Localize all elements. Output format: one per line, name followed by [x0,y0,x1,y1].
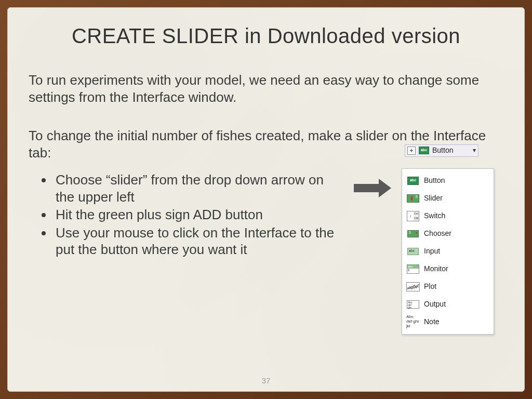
slide-content-area: CREATE SLIDER in Downloaded version To r… [7,7,525,392]
arrow-right-icon [354,179,392,197]
menu-item-button[interactable]: abc Button [405,172,490,190]
menu-item-label: Button [424,176,445,185]
slide-body: To run experiments with your model, we n… [29,72,503,335]
slider-icon [406,193,420,204]
bullet-list: Choose “slider” from the drop down arrow… [54,171,344,259]
menu-item-slider[interactable]: Slider [405,190,490,207]
switch-icon: |OnOff [406,211,420,221]
menu-item-label: Slider [424,194,443,203]
add-widget-plus-icon: + [407,147,416,155]
menu-item-switch[interactable]: |OnOff Switch [405,207,490,225]
intro-paragraph-1: To run experiments with your model, we n… [29,72,503,105]
menu-item-chooser[interactable]: 5 Chooser [405,225,490,243]
menu-item-monitor[interactable]: abc5 Monitor [405,260,490,278]
menu-item-label: Input [424,247,440,256]
menu-item-note[interactable]: Abc def ghi jkl Note [405,313,490,331]
chevron-down-icon: ▾ [473,147,476,154]
menu-item-label: Plot [424,282,436,291]
list-item: Use your mouse to click on the Interface… [54,224,344,258]
menu-item-input[interactable]: abc Input [405,243,490,260]
output-icon: Abcdefghi [406,299,420,310]
menu-item-label: Chooser [424,229,451,238]
menu-item-label: Switch [424,211,445,221]
wood-frame: CREATE SLIDER in Downloaded version To r… [0,0,532,399]
menu-item-output[interactable]: Abcdefghi Output [405,296,490,313]
plot-icon [406,282,420,292]
input-icon: abc [406,246,420,257]
chooser-icon: 5 [406,229,420,239]
monitor-icon: abc5 [406,264,420,274]
button-icon: abc [406,176,420,186]
menu-item-label: Note [424,317,440,327]
slide-title: CREATE SLIDER in Downloaded version [29,24,503,48]
page-number: 37 [8,376,524,385]
widget-type-dropdown-menu: abc Button Slider |OnOff Switch [402,168,494,335]
menu-item-plot[interactable]: Plot [405,278,490,296]
widget-type-selected-label: Button [432,146,470,155]
list-item: Choose “slider” from the drop down arrow… [54,171,344,205]
widget-type-selector[interactable]: + abc Button ▾ [405,144,478,157]
button-icon: abc [419,147,429,154]
netlogo-widget-panel: + abc Button ▾ abc Button Slider [402,144,500,335]
menu-item-label: Monitor [424,264,448,274]
list-item: Hit the green plus sign ADD button [54,206,344,223]
note-icon: Abc def ghi jkl [406,317,420,327]
menu-item-label: Output [424,300,446,309]
